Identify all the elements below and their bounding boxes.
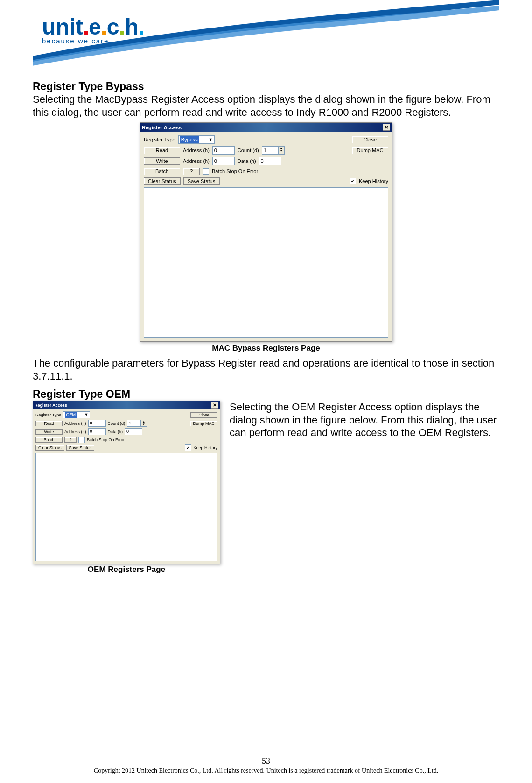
write-button[interactable]: Write	[35, 429, 63, 435]
logo-dot-icon	[120, 31, 124, 35]
chevron-down-icon: ▼	[84, 412, 88, 418]
count-input[interactable]: 1	[127, 420, 141, 427]
register-type-label: Register Type	[35, 413, 61, 417]
address-label: Address (h)	[64, 421, 86, 426]
batch-stop-label: Batch Stop On Error	[87, 437, 125, 442]
dialog-register-access-oem: Register Access ✕ Register Type OEM▼ Clo…	[33, 401, 220, 564]
close-icon[interactable]: ✕	[383, 124, 390, 131]
address-input-2[interactable]: 0	[212, 157, 235, 165]
address-label-2: Address (h)	[64, 430, 86, 434]
data-input[interactable]: 0	[259, 157, 281, 165]
count-spinner[interactable]: ▲▼	[279, 146, 285, 155]
data-label: Data (h)	[238, 158, 256, 164]
heading-register-type-bypass: Register Type Bypass	[33, 80, 499, 93]
figure-caption-oem: OEM Registers Page	[33, 565, 220, 574]
batch-button[interactable]: Batch	[144, 168, 180, 175]
batch-stop-checkbox[interactable]	[78, 437, 85, 443]
address-input[interactable]: 0	[88, 420, 106, 427]
help-button[interactable]: ?	[64, 437, 77, 443]
figure-caption-bypass: MAC Bypass Registers Page	[33, 344, 499, 353]
count-label: Count (d)	[108, 421, 126, 426]
logo-dot-icon	[84, 31, 88, 35]
logo: unitech because we care	[42, 14, 144, 45]
dialog-title: Register Access	[142, 125, 182, 130]
close-button[interactable]: Close	[352, 136, 388, 143]
register-type-select[interactable]: Bypass▼	[178, 135, 215, 144]
dump-mac-button[interactable]: Dump MAC	[352, 147, 388, 154]
page-number: 53	[0, 756, 532, 766]
batch-button[interactable]: Batch	[35, 437, 63, 443]
write-button[interactable]: Write	[144, 157, 180, 165]
dialog-register-access-bypass: Register Access ✕ Register Type Bypass▼ …	[140, 122, 392, 342]
register-type-label: Register Type	[144, 137, 175, 142]
help-button[interactable]: ?	[183, 168, 200, 175]
logo-dot-icon	[102, 31, 106, 35]
dialog-title: Register Access	[35, 403, 67, 408]
heading-register-type-oem: Register Type OEM	[33, 388, 499, 401]
data-input[interactable]: 0	[125, 428, 142, 435]
clear-status-button[interactable]: Clear Status	[144, 177, 181, 185]
keep-history-label: Keep History	[193, 445, 217, 450]
paragraph-oem-intro: Selecting the OEM Register Access option…	[230, 401, 499, 439]
read-button[interactable]: Read	[35, 421, 63, 426]
address-label-2: Address (h)	[183, 158, 210, 164]
dump-mac-button[interactable]: Dump MAC	[190, 421, 217, 426]
paragraph-bypass-intro: Selecting the MacBypass Register Access …	[33, 93, 499, 119]
batch-stop-label: Batch Stop On Error	[212, 169, 258, 174]
save-status-button[interactable]: Save Status	[66, 445, 95, 451]
data-label: Data (h)	[108, 430, 123, 434]
paragraph-bypass-note: The configurable parameters for Bypass R…	[33, 357, 499, 382]
clear-status-button[interactable]: Clear Status	[35, 445, 64, 451]
close-button[interactable]: Close	[190, 412, 217, 418]
close-icon[interactable]: ✕	[211, 402, 218, 409]
logo-dot-icon	[140, 31, 143, 35]
address-label: Address (h)	[183, 148, 210, 153]
keep-history-checkbox[interactable]: ✔	[350, 178, 356, 184]
register-type-select[interactable]: OEM▼	[63, 411, 90, 418]
keep-history-label: Keep History	[359, 178, 388, 184]
page-header: unitech because we care	[33, 0, 499, 75]
address-input-2[interactable]: 0	[88, 428, 106, 435]
page-footer: 53 Copyright 2012 Unitech Electronics Co…	[0, 756, 532, 775]
chevron-down-icon: ▼	[209, 136, 213, 143]
count-label: Count (d)	[238, 148, 259, 153]
keep-history-checkbox[interactable]: ✔	[185, 444, 191, 451]
save-status-button[interactable]: Save Status	[183, 177, 220, 185]
count-input[interactable]: 1	[262, 146, 279, 155]
batch-stop-checkbox[interactable]	[203, 168, 209, 175]
address-input[interactable]: 0	[212, 146, 235, 155]
read-button[interactable]: Read	[144, 147, 180, 154]
status-log-area[interactable]	[35, 453, 217, 561]
status-log-area[interactable]	[144, 187, 388, 338]
copyright-text: Copyright 2012 Unitech Electronics Co., …	[0, 767, 532, 775]
count-spinner[interactable]: ▲▼	[141, 420, 147, 427]
